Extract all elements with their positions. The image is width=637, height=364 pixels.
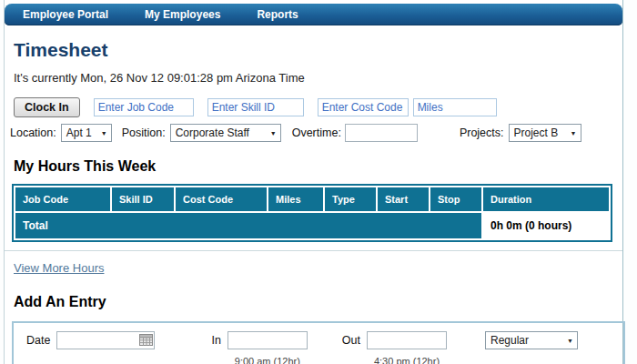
- col-miles: Miles: [268, 187, 323, 211]
- date-label: Date: [26, 334, 50, 347]
- hours-total-row: Total 0h 0m (0 hours): [15, 213, 609, 238]
- chevron-down-icon: ▼: [567, 338, 573, 344]
- overtime-label: Overtime:: [292, 126, 341, 139]
- location-label: Location:: [10, 126, 56, 139]
- overtime-input[interactable]: [345, 124, 418, 142]
- page-title: Timesheet: [14, 39, 617, 61]
- hours-table-header-row: Job Code Skill ID Cost Code Miles Type S…: [15, 187, 609, 211]
- total-label-cell: Total: [15, 213, 481, 238]
- clock-in-button[interactable]: Clock In: [14, 97, 80, 117]
- hours-table: Job Code Skill ID Cost Code Miles Type S…: [12, 184, 612, 242]
- miles-input[interactable]: [413, 98, 497, 116]
- entry-type-select-value: Regular: [490, 334, 529, 347]
- in-hint-12hr: 9:00 am (12hr): [228, 356, 308, 364]
- entry-time-row: Date In: [19, 331, 618, 364]
- col-duration: Duration: [483, 187, 609, 211]
- clock-controls-row: Clock In: [10, 97, 617, 117]
- projects-select[interactable]: Project B ▼: [509, 124, 581, 142]
- col-job-code: Job Code: [15, 187, 110, 211]
- view-more-hours-link[interactable]: View More Hours: [14, 261, 104, 275]
- nav-reports[interactable]: Reports: [238, 4, 316, 25]
- out-label: Out: [342, 334, 360, 347]
- chevron-down-icon: ▼: [270, 130, 277, 136]
- cost-code-input[interactable]: [318, 98, 409, 116]
- main-content: Timesheet It's currently Mon, 26 Nov 12 …: [5, 39, 622, 364]
- nav-employee-portal[interactable]: Employee Portal: [5, 4, 126, 25]
- date-group: Date: [26, 331, 155, 349]
- out-input[interactable]: [367, 331, 447, 349]
- position-label: Position:: [122, 126, 166, 139]
- projects-select-value: Project B: [514, 126, 559, 139]
- entry-type-select[interactable]: Regular ▼: [485, 331, 578, 349]
- in-label: In: [211, 334, 220, 347]
- skill-id-input[interactable]: [207, 98, 304, 116]
- in-group: In 9:00 am (12hr) -or- 0900 (24hr): [211, 331, 307, 364]
- add-entry-box: Date In: [12, 321, 625, 364]
- calendar-icon[interactable]: [139, 334, 153, 346]
- top-navbar: Employee Portal My Employees Reports: [5, 4, 622, 25]
- hours-section-heading: My Hours This Week: [14, 158, 617, 175]
- job-code-input[interactable]: [94, 98, 194, 116]
- out-group: Out 4:30 pm (12hr) -or- 1630 (24hr): [342, 331, 447, 364]
- projects-label: Projects:: [460, 126, 504, 139]
- location-select-value: Apt 1: [66, 126, 92, 139]
- current-time-text: It's currently Mon, 26 Nov 12 09:01:28 p…: [14, 71, 617, 85]
- position-select-value: Corporate Staff: [176, 126, 249, 139]
- out-hint-12hr: 4:30 pm (12hr): [367, 356, 447, 364]
- page-container: Employee Portal My Employees Reports Tim…: [4, 0, 623, 364]
- col-start: Start: [378, 187, 429, 211]
- nav-my-employees[interactable]: My Employees: [126, 4, 238, 25]
- location-select[interactable]: Apt 1 ▼: [61, 124, 112, 142]
- add-entry-heading: Add An Entry: [14, 294, 617, 310]
- col-skill-id: Skill ID: [112, 187, 174, 211]
- date-input-wrap: [56, 331, 155, 349]
- clock-options-row: Location: Apt 1 ▼ Position: Corporate St…: [10, 124, 617, 142]
- col-cost-code: Cost Code: [176, 187, 267, 211]
- chevron-down-icon: ▼: [101, 130, 107, 136]
- col-type: Type: [325, 187, 376, 211]
- col-stop: Stop: [430, 187, 481, 211]
- total-duration-cell: 0h 0m (0 hours): [483, 213, 609, 238]
- chevron-down-icon: ▼: [571, 130, 577, 136]
- position-select[interactable]: Corporate Staff ▼: [170, 124, 281, 142]
- section-divider: [5, 250, 622, 251]
- in-input[interactable]: [228, 331, 308, 349]
